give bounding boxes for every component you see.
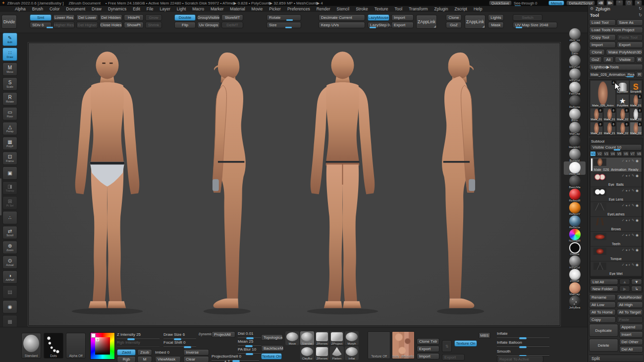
material-thumb[interactable]: NormalR bbox=[564, 228, 586, 242]
menu-item[interactable]: Layer bbox=[160, 6, 170, 11]
lightbox-tools-button[interactable]: Lightbox▶Tools bbox=[589, 64, 643, 70]
material-thumb[interactable]: ZMetal bbox=[564, 268, 586, 282]
material-thumb[interactable]: Reflecte bbox=[564, 95, 586, 108]
clone-txtr-button[interactable]: Clone Txtr bbox=[417, 338, 439, 345]
delete-button[interactable]: Delete bbox=[589, 339, 618, 352]
goz-button[interactable]: GoZ bbox=[446, 22, 462, 28]
body-texture-thumb[interactable]: body_diffuseBsl bbox=[392, 331, 415, 359]
texture-off-thumb[interactable]: Texture Off bbox=[368, 331, 390, 359]
current-stroke-thumb[interactable]: Dots bbox=[44, 333, 63, 359]
zplugin-cycle-icon[interactable]: ↻ bbox=[639, 6, 642, 11]
subtool-item[interactable]: ✓●◐✎◉ Male_026_Animation_Ready bbox=[590, 157, 642, 172]
material-thumb[interactable]: HSVCol bbox=[564, 255, 586, 268]
zsub-button[interactable]: Zsub bbox=[137, 349, 152, 356]
tool-thumbnail[interactable]: 8 Male_02 bbox=[616, 108, 629, 121]
all-high-button[interactable]: All High bbox=[617, 302, 644, 308]
menu-item[interactable]: Texture bbox=[375, 6, 388, 11]
subtool-item[interactable]: ✓●◐✎◉ Tongue bbox=[590, 247, 642, 261]
toolbar-button[interactable]: ∴ bbox=[2, 211, 17, 224]
export-button[interactable]: Export bbox=[391, 22, 414, 28]
toolbar-button[interactable]: ∷ Draw bbox=[2, 48, 17, 61]
menu-item[interactable]: Alpha bbox=[15, 6, 26, 11]
tool-thumbnail[interactable]: 8 Male_02 bbox=[630, 122, 643, 135]
load-tool-button[interactable]: Load Tool bbox=[589, 19, 616, 26]
del-higher-button[interactable]: Del Higher bbox=[76, 22, 98, 28]
goz-r-button[interactable]: R bbox=[636, 56, 643, 63]
list-all-button[interactable]: List All bbox=[590, 279, 618, 285]
projectionshell-slider[interactable]: ProjectionShell 0 bbox=[212, 354, 259, 362]
menu-item[interactable]: File bbox=[147, 6, 154, 11]
quick-brush-thumb[interactable]: Move bbox=[285, 331, 299, 345]
load-tools-from-project-button[interactable]: Load Tools From Project bbox=[589, 27, 643, 33]
texture-export-button[interactable]: Export bbox=[417, 346, 439, 352]
toolbar-button[interactable]: ▤ bbox=[2, 285, 17, 299]
copy-tool-button[interactable]: Copy Tool bbox=[589, 34, 616, 41]
tool-import-button[interactable]: Import bbox=[589, 42, 616, 48]
toolbar-button[interactable]: ✎ Edit bbox=[2, 33, 17, 46]
subtool-view-tab[interactable]: V5 bbox=[616, 151, 622, 156]
quick-brush-thumb[interactable]: ClayBui bbox=[300, 346, 314, 360]
grow-button[interactable]: Grow bbox=[145, 14, 162, 21]
subtool-item[interactable]: ✓●◐✎◉ Brows bbox=[590, 217, 642, 232]
z-intensity-slider[interactable]: Z Intensity 25 bbox=[117, 332, 160, 340]
subtool-view-tab[interactable]: V4 bbox=[610, 151, 616, 156]
sdiv-slider[interactable]: SDiv 6 bbox=[30, 22, 52, 28]
subtool-copy-button[interactable]: Copy bbox=[589, 316, 616, 323]
move-up-icon[interactable]: ▲ bbox=[619, 279, 630, 285]
subtool-item[interactable]: ✓●◐✎◉ Teeth bbox=[590, 232, 642, 247]
default-zscript-button[interactable]: DefaultZScript bbox=[566, 0, 595, 5]
current-brush-thumb[interactable]: Standard bbox=[21, 333, 41, 359]
subtool-view-tab[interactable]: V1 bbox=[590, 151, 596, 156]
menu-item[interactable]: Light bbox=[177, 6, 186, 11]
texture-import-button[interactable]: Import bbox=[417, 353, 439, 360]
quick-brush-thumb[interactable]: ZRemes bbox=[315, 346, 329, 360]
toolbar-button[interactable]: M Move bbox=[2, 62, 17, 76]
section-header[interactable]: Split bbox=[589, 355, 643, 362]
goz-visible-button[interactable]: Visible bbox=[615, 56, 635, 63]
switch-button[interactable]: Switch bbox=[513, 14, 542, 21]
material-thumb[interactable]: ReflectY bbox=[564, 202, 586, 215]
tool-palette-header[interactable]: Tool ↻ bbox=[589, 12, 643, 18]
color-picker[interactable] bbox=[90, 332, 115, 360]
mask-button[interactable]: Mask bbox=[488, 22, 504, 28]
material-thumb[interactable]: Satin bbox=[564, 41, 586, 54]
autoreorder-button[interactable]: AutoReorder bbox=[617, 294, 644, 301]
subtool-item[interactable]: ✓●◐✎◉ EyeLashes bbox=[590, 202, 642, 217]
menu-item[interactable]: Help bbox=[474, 6, 482, 11]
material-thumb[interactable]: MatCap bbox=[564, 282, 586, 295]
repeat-to-active-button[interactable]: Repeat To Active bbox=[497, 356, 543, 362]
close-holes-button[interactable]: Close Holes bbox=[100, 22, 122, 28]
menu-item[interactable]: Stroke bbox=[356, 6, 368, 11]
material-thumb[interactable]: Reflecte bbox=[564, 215, 586, 228]
toolbar-button[interactable]: ▭ Floor bbox=[2, 107, 17, 120]
menu-item[interactable]: Tool bbox=[395, 6, 403, 11]
move-down-icon[interactable]: ▼ bbox=[631, 279, 642, 285]
del-lower-button[interactable]: Del Lower bbox=[76, 14, 98, 21]
material-thumb[interactable]: BumpVi bbox=[564, 148, 586, 161]
m-button[interactable]: M bbox=[137, 356, 152, 362]
all-low-button[interactable]: All Low bbox=[589, 302, 616, 308]
menu-item[interactable]: Draw bbox=[92, 6, 102, 11]
menu-item[interactable]: Material bbox=[230, 6, 245, 11]
menu-item[interactable]: Zscript bbox=[454, 6, 467, 11]
decimate-current-button[interactable]: Decimate Current bbox=[319, 14, 365, 21]
subtool-paste-button[interactable]: Paste bbox=[617, 316, 644, 323]
menu-item[interactable]: Brush bbox=[32, 6, 43, 11]
draw-size-slider[interactable]: Draw Size 6 bbox=[163, 332, 196, 340]
all-to-target-button[interactable]: All To Target bbox=[617, 309, 644, 315]
tool-export-button[interactable]: Export bbox=[617, 42, 644, 48]
duplicate-button[interactable]: Duplicate bbox=[589, 324, 618, 337]
subtool-view-tab[interactable]: V6 bbox=[623, 151, 629, 156]
uv-map-size-slider[interactable]: UV Map Size 2048 bbox=[513, 22, 557, 28]
texture-on-button[interactable]: Texture On bbox=[261, 353, 282, 360]
subtool-header[interactable]: Subtool bbox=[590, 139, 642, 144]
showpt-button[interactable]: ShowPt bbox=[124, 22, 144, 28]
tool-thumbnail[interactable]: 8 Male_21 bbox=[603, 122, 616, 135]
menu-item[interactable]: Marker bbox=[211, 6, 223, 11]
material-thumb[interactable]: ReflectR bbox=[564, 188, 586, 202]
quick-brush-thumb[interactable]: ZRemes bbox=[315, 331, 329, 345]
tool-thumbnail[interactable]: S SimpleB bbox=[630, 80, 643, 94]
subtool-item[interactable]: ✓●◐✎◉ Eye Lens bbox=[590, 187, 642, 202]
material-thumb[interactable]: JellyBea bbox=[564, 295, 586, 309]
clone-button[interactable]: Clone bbox=[446, 14, 462, 21]
